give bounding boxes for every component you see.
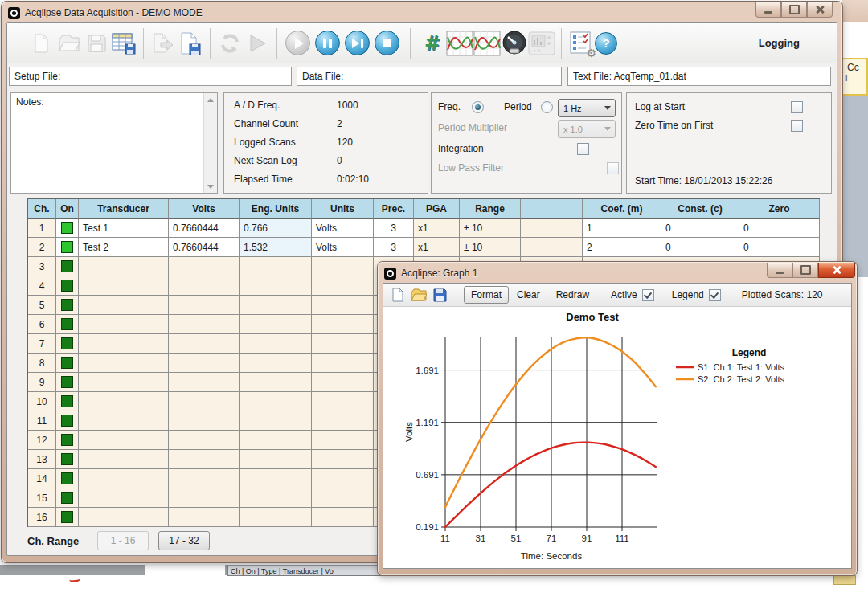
- active-checkbox[interactable]: [642, 289, 654, 301]
- cell-blank[interactable]: [521, 238, 583, 257]
- cell-volts[interactable]: 0.7660444: [169, 238, 240, 257]
- play-button[interactable]: [285, 31, 310, 55]
- cell-on: [56, 219, 79, 238]
- open-setup-icon[interactable]: [55, 29, 83, 58]
- pause-button[interactable]: [315, 31, 340, 55]
- graph-open-icon[interactable]: [407, 288, 430, 302]
- channel-on-indicator[interactable]: [61, 357, 73, 369]
- freq-label: Freq.: [438, 101, 461, 112]
- stop-button[interactable]: [375, 31, 399, 55]
- format-button[interactable]: Format: [464, 286, 509, 304]
- cell-coef[interactable]: 1: [583, 219, 661, 238]
- cell-prec[interactable]: 3: [374, 238, 414, 257]
- adfreq-value: 1000: [337, 100, 358, 111]
- cell-volts: [169, 469, 240, 488]
- maximize-button[interactable]: [781, 2, 807, 18]
- series-line-1: [445, 443, 656, 527]
- graph-new-icon[interactable]: [388, 288, 407, 302]
- save-setup-icon[interactable]: [83, 29, 110, 58]
- channel-on-indicator[interactable]: [61, 222, 73, 234]
- cell-eng[interactable]: 0.766: [240, 219, 312, 238]
- channel-on-indicator[interactable]: [61, 337, 73, 349]
- period-multiplier-dropdown[interactable]: x 1.0: [558, 120, 616, 138]
- minimize-button[interactable]: [755, 2, 781, 18]
- channel-on-indicator[interactable]: [61, 376, 73, 388]
- scroll-down-button[interactable]: [206, 182, 215, 191]
- export-data-icon[interactable]: [149, 29, 177, 58]
- cell-zero[interactable]: 0: [739, 238, 820, 257]
- channel-on-indicator[interactable]: [61, 241, 73, 253]
- gauge-icon[interactable]: [501, 29, 528, 58]
- data-file-field[interactable]: Data File:: [297, 67, 562, 86]
- cell-volts[interactable]: 0.7660444: [169, 219, 240, 238]
- notes-scrollbar[interactable]: [203, 93, 217, 193]
- channel-on-indicator[interactable]: [61, 453, 73, 465]
- cell-eng[interactable]: 1.532: [240, 238, 312, 257]
- refresh-icon[interactable]: [216, 29, 244, 58]
- cell-pga[interactable]: x1: [414, 219, 460, 238]
- cell-prec[interactable]: 3: [374, 219, 414, 238]
- channel-on-indicator[interactable]: [61, 318, 73, 330]
- cell-const_c[interactable]: 0: [661, 238, 739, 257]
- close-button[interactable]: [807, 2, 833, 18]
- channel-on-indicator[interactable]: [61, 299, 73, 311]
- cell-blank[interactable]: [521, 219, 583, 238]
- run-icon[interactable]: [244, 29, 271, 58]
- channel-on-indicator[interactable]: [61, 280, 73, 292]
- scroll-up-button[interactable]: [206, 95, 215, 104]
- range-17-32-button[interactable]: 17 - 32: [158, 531, 210, 550]
- graph-minimize-button[interactable]: [767, 263, 792, 278]
- redraw-button[interactable]: Redraw: [548, 289, 597, 300]
- channel-on-indicator[interactable]: [61, 395, 73, 407]
- text-file-field[interactable]: Text File: AcqTemp_01.dat: [567, 67, 831, 86]
- graph-maximize-button[interactable]: [792, 263, 818, 278]
- range-1-16-button[interactable]: 1 - 16: [97, 531, 149, 550]
- numbers-display-icon[interactable]: #: [419, 29, 446, 58]
- freq-radio[interactable]: [472, 101, 484, 113]
- graph-1-icon[interactable]: [446, 29, 473, 58]
- low-pass-filter-checkbox[interactable]: [607, 162, 619, 174]
- channel-on-indicator[interactable]: [61, 472, 73, 484]
- channel-setup-icon[interactable]: ⚙: [567, 29, 595, 58]
- channel-on-indicator[interactable]: [61, 511, 73, 523]
- monitor-panel-icon[interactable]: [528, 29, 555, 58]
- help-button[interactable]: ?: [595, 32, 617, 55]
- graph-2-icon[interactable]: [473, 29, 501, 58]
- cell-units[interactable]: Volts: [312, 238, 374, 257]
- main-titlebar[interactable]: Acqlipse Data Acquisition - DEMO MODE: [2, 2, 842, 22]
- cell-pga[interactable]: x1: [414, 238, 460, 257]
- notes-panel[interactable]: Notes:: [10, 92, 218, 194]
- col-header-units: Units: [312, 199, 374, 219]
- cell-on: [56, 296, 79, 315]
- log-at-start-checkbox[interactable]: [791, 101, 803, 113]
- step-button[interactable]: [345, 31, 370, 55]
- cell-transducer[interactable]: Test 2: [79, 238, 169, 257]
- channel-on-indicator[interactable]: [61, 260, 73, 272]
- cell-const_c[interactable]: 0: [661, 219, 739, 238]
- channel-on-indicator[interactable]: [61, 434, 73, 446]
- cell-transducer[interactable]: Test 1: [79, 219, 169, 238]
- frequency-panel: Freq. Period 1 Hz Period Multiplier x 1.…: [431, 92, 622, 194]
- zero-time-checkbox[interactable]: [791, 120, 803, 132]
- save-data-file-icon[interactable]: [177, 29, 204, 58]
- cell-range[interactable]: ± 10: [460, 219, 521, 238]
- setup-file-field[interactable]: Setup File:: [9, 67, 292, 86]
- freq-dropdown[interactable]: 1 Hz: [558, 99, 616, 117]
- channel-on-indicator[interactable]: [61, 492, 73, 504]
- legend-checkbox[interactable]: [709, 289, 721, 301]
- cell-range[interactable]: ± 10: [460, 238, 521, 257]
- col-header-pga: PGA: [414, 199, 460, 219]
- main-toolbar: # ⚙ ? Logging: [7, 23, 837, 63]
- integration-checkbox[interactable]: [577, 143, 589, 155]
- cell-eng: [240, 488, 312, 508]
- new-setup-icon[interactable]: [28, 29, 55, 58]
- graph-save-icon[interactable]: [430, 288, 450, 302]
- channel-on-indicator[interactable]: [61, 415, 73, 427]
- cell-zero[interactable]: 0: [739, 219, 820, 238]
- cell-units[interactable]: Volts: [312, 219, 374, 238]
- clear-button[interactable]: Clear: [509, 289, 548, 300]
- save-table-icon[interactable]: [110, 29, 137, 58]
- period-radio[interactable]: [541, 101, 553, 113]
- graph-close-button[interactable]: [818, 263, 855, 278]
- cell-coef[interactable]: 2: [583, 238, 661, 257]
